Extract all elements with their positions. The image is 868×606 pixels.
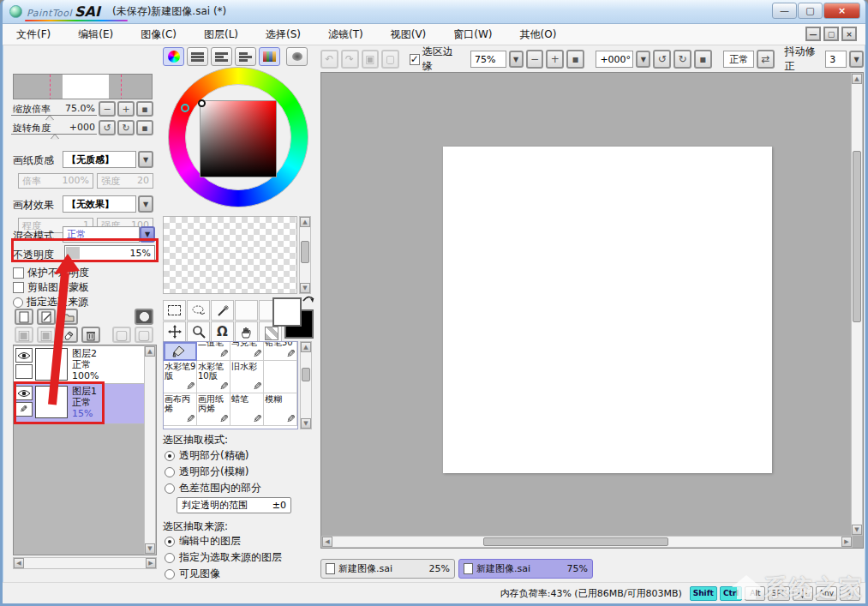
zoom-dropdown-button[interactable]: ▼ (509, 51, 524, 68)
brush-scroll-thumb[interactable] (302, 368, 310, 381)
navigator-rotate-reset-button[interactable]: ▪ (136, 120, 153, 135)
brush-watercolor10[interactable]: 水彩笔10版 ✎ (197, 361, 230, 393)
navigator-rotate-cw-button[interactable]: ↻ (117, 120, 135, 135)
selection-mode-option-fuzzy[interactable]: 透明部分(模糊) (165, 465, 248, 479)
brush-bucket[interactable] (164, 342, 197, 361)
brush-binary-pen[interactable]: 二值笔 ✎ (197, 342, 230, 361)
canvas-scroll-left-button[interactable]: ◀ (322, 537, 332, 547)
saturation-value-square[interactable] (200, 100, 277, 177)
clear-layer-button[interactable] (59, 327, 78, 343)
menu-file[interactable]: 文件(F) (3, 24, 64, 45)
swatches-scroll-up-button[interactable]: ▲ (300, 217, 310, 227)
paper-texture-select[interactable]: 【无质感】 (63, 151, 136, 168)
preserve-opacity-row[interactable]: 保护不透明度 (13, 266, 89, 280)
navigator-zoom-in-button[interactable]: + (117, 101, 135, 117)
undo-button[interactable]: ↶ (320, 50, 338, 69)
transparency-range-field[interactable]: 判定透明的范围 ±0 (177, 497, 291, 513)
brush-paper-acrylic[interactable]: 画用纸丙烯 ✎ (197, 393, 230, 426)
radio-precise[interactable] (165, 451, 175, 461)
close-button[interactable]: × (823, 3, 860, 19)
menu-layer[interactable]: 图层(L) (190, 24, 252, 45)
rotate-canvas-tool[interactable]: Ω (211, 321, 234, 342)
material-effect-dropdown-button[interactable]: ▼ (138, 195, 153, 213)
menu-select[interactable]: 选择(S) (252, 24, 314, 45)
ctrl-key-indicator[interactable]: Ctrl (720, 586, 742, 601)
paste-selection-button[interactable]: ▢ (135, 327, 153, 343)
delete-layer-button[interactable] (81, 327, 100, 343)
zoom-out-button[interactable]: − (526, 50, 544, 69)
swatches-scroll-thumb[interactable] (301, 241, 309, 263)
angle-field[interactable]: +000° (596, 51, 633, 68)
empty-tool-slot-1[interactable] (235, 300, 258, 321)
swatches-vscrollbar[interactable]: ▲ ▼ (299, 216, 311, 294)
canvas-scroll-down-button[interactable]: ▼ (852, 525, 862, 535)
new-folder-button[interactable] (59, 309, 78, 325)
zoom-percent-field[interactable]: 75% (470, 51, 506, 68)
shift-key-indicator[interactable]: Shift (690, 586, 717, 601)
brush-blur[interactable]: 模糊 ✎ (264, 393, 297, 426)
child-close-button[interactable]: × (841, 27, 857, 41)
material-effect-select[interactable]: 【无效果】 (63, 195, 136, 213)
selection-source-option-visible[interactable]: 可见图像 (165, 567, 220, 581)
move-tool[interactable] (163, 321, 186, 342)
layers-scroll-up-button[interactable]: ▲ (145, 346, 155, 357)
copy-selection-button[interactable]: ▢ (112, 327, 131, 343)
swatches-area[interactable] (163, 216, 297, 294)
menu-other[interactable]: 其他(O) (506, 24, 571, 45)
any-key-indicator[interactable]: Any (816, 586, 837, 601)
brush-marker[interactable]: 马克笔 ✎ (230, 342, 264, 361)
radio-editing-layer[interactable] (165, 537, 175, 547)
color-mixer-tab[interactable] (235, 47, 256, 66)
navigator-thumbnail[interactable] (13, 74, 153, 99)
radio-colorrange[interactable] (165, 483, 175, 494)
brush-canvas-acrylic[interactable]: 画布丙烯 ✎ (164, 393, 197, 426)
brush-scroll-down-button[interactable]: ▼ (301, 418, 311, 429)
selection-source-option-designated[interactable]: 指定为选取来源的图层 (165, 550, 282, 565)
selection-mode-option-colorrange[interactable]: 色差范围内的部分 (165, 481, 261, 495)
left-scroll-left-button[interactable]: ◀ (14, 558, 24, 568)
selection-source-row[interactable]: 指定选取来源 (13, 295, 88, 309)
angle-dropdown-button[interactable]: ▼ (636, 51, 650, 68)
rotate-cw-button[interactable]: ↻ (673, 50, 691, 69)
zoom-in-button[interactable]: + (546, 50, 564, 69)
canvas-vscrollbar[interactable]: ▲ ▼ (851, 73, 863, 536)
brush-watercolor9[interactable]: 水彩笔9版 ✎ (164, 361, 197, 393)
selection-source-radio[interactable] (13, 297, 23, 308)
layer2-visibility-toggle[interactable] (15, 348, 33, 363)
brush-pencil50[interactable]: 铅笔50 ✎ (264, 342, 297, 361)
preserve-opacity-checkbox[interactable] (13, 267, 24, 279)
navigator-rotate-ccw-button[interactable]: ↺ (99, 120, 116, 135)
foreground-color-swatch[interactable] (272, 297, 302, 327)
menu-window[interactable]: 窗口(W) (440, 24, 506, 45)
flip-horizontal-button[interactable]: ⇄ (757, 50, 775, 69)
radio-fuzzy[interactable] (165, 467, 175, 477)
canvas-hscroll-thumb[interactable] (483, 537, 668, 546)
hue-marker[interactable] (181, 104, 189, 112)
clipping-mask-checkbox[interactable] (13, 282, 24, 293)
navigator-zoom-slider-handle[interactable] (45, 116, 54, 121)
layer-row-1[interactable]: ✎ 图层1 正常 15% (14, 384, 144, 424)
lasso-tool[interactable] (187, 300, 210, 321)
new-linework-layer-button[interactable] (37, 309, 56, 325)
canvas-vscroll-thumb[interactable] (853, 151, 861, 322)
brush-scroll-up-button[interactable]: ▲ (301, 342, 311, 352)
left-scroll-right-button[interactable]: ▶ (146, 558, 156, 568)
menu-edit[interactable]: 编辑(E) (64, 24, 127, 45)
magic-wand-tool[interactable] (211, 300, 234, 321)
titlebar[interactable]: PaintTool SAI (未保存)新建图像.sai (*) — ▢ × (3, 0, 865, 24)
selection-mode-option-precise[interactable]: 透明部分(精确) (165, 448, 248, 463)
redo-button[interactable]: ↷ (341, 50, 359, 69)
navigator-zoom-out-button[interactable]: − (99, 101, 116, 117)
brush-grid-vscrollbar[interactable]: ▲ ▼ (300, 341, 312, 429)
layer1-edit-indicator[interactable]: ✎ (15, 402, 33, 417)
deselect-button[interactable]: ▣ (362, 50, 380, 69)
canvas-hscrollbar[interactable]: ◀ ▶ (321, 536, 853, 548)
scratchpad-tab[interactable] (286, 47, 308, 66)
layer-mask-button[interactable] (135, 309, 153, 325)
invert-selection-button[interactable]: ▢ (381, 50, 399, 69)
hand-tool[interactable] (235, 321, 258, 342)
transfer-down-button[interactable]: ▣ (15, 327, 33, 343)
zoom-reset-button[interactable]: ▪ (566, 50, 584, 69)
blend-mode-dropdown-button[interactable]: ▼ (140, 226, 155, 243)
canvas-scroll-right-button[interactable]: ▶ (841, 537, 852, 547)
